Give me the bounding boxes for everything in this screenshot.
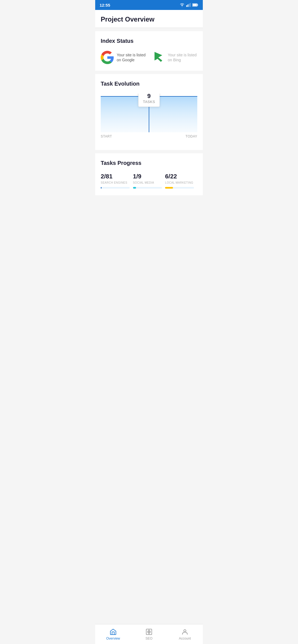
google-logo-icon (101, 51, 114, 64)
page-title: Project Overview (101, 15, 197, 23)
index-status-title: Index Status (101, 38, 197, 44)
chart-tooltip: 9 TASKS (138, 94, 160, 107)
task-evolution-title: Task Evolution (101, 81, 197, 87)
wifi-icon (180, 3, 185, 7)
social-media-fill (133, 187, 136, 189)
tooltip-count: 9 (143, 94, 155, 100)
progress-grid: 2/81 SEARCH ENGINES 1/9 SOCIAL MEDIA 6/2… (101, 173, 197, 189)
search-engines-track (101, 187, 130, 189)
search-engines-label: SEARCH ENGINES (101, 181, 133, 184)
svg-rect-7 (193, 4, 197, 6)
progress-item-social-media: 1/9 SOCIAL MEDIA (133, 173, 165, 189)
bing-index-item: Your site is listed on Bing (152, 51, 197, 64)
tasks-progress-section: Tasks Progress 2/81 SEARCH ENGINES 1/9 S… (95, 153, 203, 195)
status-icons (180, 3, 198, 7)
svg-rect-6 (198, 4, 198, 6)
progress-item-search-engines: 2/81 SEARCH ENGINES (101, 173, 133, 189)
chart-area: 9 TASKS (101, 94, 197, 132)
status-time: 12:55 (100, 3, 110, 7)
task-evolution-section: Task Evolution (95, 74, 203, 150)
tasks-progress-title: Tasks Progress (101, 160, 197, 166)
svg-rect-3 (189, 4, 190, 7)
signal-icon (186, 3, 191, 7)
social-media-count: 1/9 (133, 173, 165, 180)
task-evolution-chart: 9 TASKS START TODAY (101, 94, 197, 143)
chart-end-label: TODAY (185, 134, 197, 138)
battery-icon (192, 3, 198, 7)
page-header: Project Overview (95, 10, 203, 28)
local-marketing-count: 6/22 (165, 173, 197, 180)
svg-rect-4 (190, 3, 191, 7)
chart-axis-labels: START TODAY (101, 134, 197, 138)
local-marketing-fill (165, 187, 173, 189)
main-content: Index Status Your site is listed on Goog… (95, 31, 203, 221)
index-status-grid: Your site is listed on Google Your site … (101, 51, 197, 64)
google-index-text: Your site is listed on Google (117, 52, 146, 62)
status-bar: 12:55 (95, 0, 203, 10)
svg-rect-1 (186, 5, 187, 7)
svg-rect-2 (188, 4, 188, 7)
google-index-item: Your site is listed on Google (101, 51, 146, 64)
bing-logo-icon (152, 51, 165, 64)
progress-item-local-marketing: 6/22 LOCAL MARKETING (165, 173, 197, 189)
search-engines-count: 2/81 (101, 173, 133, 180)
social-media-label: SOCIAL MEDIA (133, 181, 165, 184)
social-media-track (133, 187, 162, 189)
svg-point-0 (182, 6, 182, 7)
search-engines-fill (101, 187, 102, 189)
local-marketing-track (165, 187, 194, 189)
bing-index-text: Your site is listed on Bing (168, 52, 197, 62)
chart-start-label: START (101, 134, 112, 138)
index-status-section: Index Status Your site is listed on Goog… (95, 31, 203, 71)
tooltip-label: TASKS (143, 100, 155, 104)
local-marketing-label: LOCAL MARKETING (165, 181, 197, 184)
